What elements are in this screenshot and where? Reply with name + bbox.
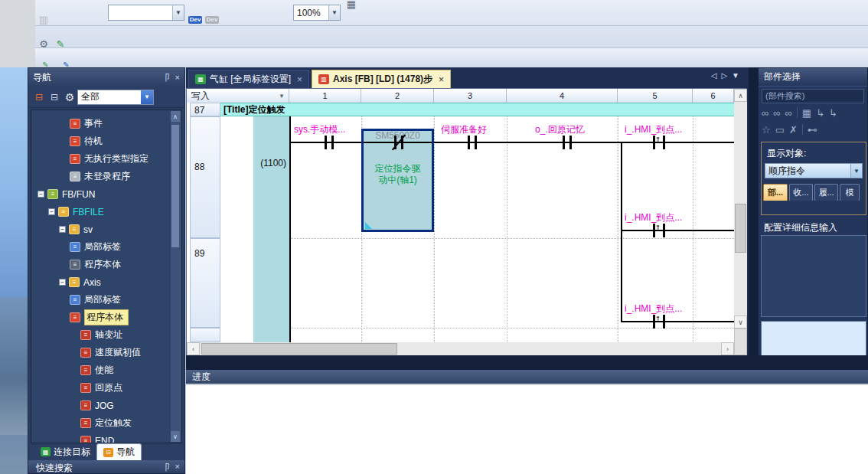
config-detail-box[interactable]	[761, 235, 866, 317]
tree-item-程序本体[interactable]: ≡程序本体	[31, 256, 181, 273]
contact-label[interactable]: o_.回原记忆	[535, 123, 585, 136]
pin-icon[interactable]: 卩	[162, 462, 170, 473]
tree-collapse-icon[interactable]: ⊟	[31, 90, 47, 105]
scroll-right-icon[interactable]: ›	[721, 342, 734, 355]
ladder-canvas[interactable]: 87 88 89 [Title]定位触发 (1100)	[187, 103, 734, 342]
tree-item-FB/FUN[interactable]: −≡FB/FUN	[31, 185, 181, 203]
tree-item-定位触发[interactable]: ≡定位触发	[31, 414, 181, 432]
tree-expand-icon[interactable]: −	[59, 226, 66, 233]
contact-label[interactable]: 伺服准备好	[441, 123, 487, 136]
edit-coil-button[interactable]: ✎	[56, 56, 77, 67]
tree-expand-icon[interactable]: −	[48, 208, 55, 215]
tab-history[interactable]: 履...	[814, 184, 838, 201]
quick-access-combobox[interactable]: ▼	[108, 5, 184, 21]
find-next-icon[interactable]: ∞	[773, 107, 780, 119]
combo-dropdown-icon[interactable]: ▼	[172, 5, 184, 20]
close-tab-icon[interactable]: ×	[439, 74, 444, 85]
tab-module[interactable]: 模	[840, 184, 860, 201]
contact-pulse[interactable]	[663, 224, 665, 237]
tab-favorites[interactable]: 收...	[789, 184, 813, 201]
scroll-up-icon[interactable]: ∧	[171, 111, 180, 122]
contact-open[interactable]	[325, 136, 327, 149]
gear-icon[interactable]: ⚙	[62, 90, 77, 105]
edit-contact-button[interactable]: ✎	[35, 56, 56, 67]
tree-filter-combobox[interactable]: 全部▼	[77, 90, 154, 105]
zoom-level-combobox[interactable]: 100%▼	[293, 5, 341, 21]
stamp-icon[interactable]: ⚙	[35, 35, 52, 47]
tab-parts[interactable]: 部...	[763, 184, 788, 201]
tree-item-轴变址[interactable]: ≡轴变址	[31, 326, 181, 344]
screen-keys-icon[interactable]: ▦	[343, 0, 360, 13]
contact-pulse[interactable]	[663, 136, 665, 149]
contact-open[interactable]	[475, 136, 477, 149]
tree-item-Axis[interactable]: −≡Axis	[31, 273, 181, 291]
contact-open[interactable]	[331, 136, 334, 149]
tree-expand-icon[interactable]: −	[59, 279, 66, 286]
tab-global-label[interactable]: ▦ 气缸 [全局标签设置] ×	[188, 70, 309, 88]
dropdown-icon[interactable]: ▼	[850, 164, 862, 178]
mode-header-cell[interactable]: 写入▼	[187, 89, 289, 103]
scroll-down-icon[interactable]: ∨	[171, 431, 180, 442]
tree-item-速度赋初值[interactable]: ≡速度赋初值	[31, 344, 181, 361]
contact-label[interactable]: sys.手动模...	[294, 123, 345, 136]
horizontal-scrollbar[interactable]: ‹ ›	[187, 342, 734, 355]
device-on-icon[interactable]: Dev	[187, 11, 204, 26]
favorite-star-icon[interactable]: ☆	[762, 124, 771, 136]
tree-item-未登录程序[interactable]: ≡未登录程序	[31, 168, 181, 185]
pin-icon[interactable]: 卩	[162, 72, 170, 83]
filter-dropdown-icon[interactable]: ▼	[141, 90, 153, 104]
close-icon[interactable]: ×	[175, 73, 180, 82]
tree-item-无执行类型指定[interactable]: ≡无执行类型指定	[31, 150, 181, 168]
insert-device2-icon[interactable]: ↳	[829, 107, 837, 119]
tree-item-使能[interactable]: ≡使能	[31, 361, 181, 379]
paste-disabled-icon[interactable]: ▥	[35, 11, 52, 26]
contact-open[interactable]	[468, 136, 470, 149]
tree-item-回原点[interactable]: ≡回原点	[31, 379, 181, 397]
ladder-editor[interactable]: 写入▼ 1 2 3 4 5 6 87 88 89 [Title]定位触发 (11…	[186, 88, 746, 355]
tree-item-sv[interactable]: −≡sv	[31, 221, 181, 238]
tree-item-程序本体[interactable]: ≡程序本体	[31, 309, 181, 326]
contact-open[interactable]	[563, 136, 565, 149]
tree-item-JOG[interactable]: ≡JOG	[31, 397, 181, 414]
pencil-green-icon[interactable]: ✎	[52, 35, 69, 47]
scroll-up-icon[interactable]: ∧	[734, 89, 747, 102]
contact-label[interactable]: i_.HMI_到点...	[625, 123, 682, 136]
tree-item-局部标签[interactable]: ≡局部标签	[31, 238, 181, 256]
display-target-dropdown[interactable]: 顺序指令▼	[765, 163, 863, 178]
parts-search-input[interactable]: (部件搜索)	[762, 89, 864, 103]
tab-connection-target[interactable]: ▦ 连接目标	[34, 443, 96, 460]
vertical-scrollbar[interactable]: ∧ ∨	[734, 89, 747, 355]
tree-item-事件[interactable]: ≡事件	[31, 115, 181, 132]
sort-icon[interactable]: ⊷	[808, 124, 817, 136]
insert-device-icon[interactable]: ↳	[816, 107, 824, 119]
new-folder-icon[interactable]: ▭	[775, 124, 785, 136]
scroll-down-icon[interactable]: ∨	[734, 315, 747, 329]
tree-expand-icon[interactable]: −	[38, 191, 44, 198]
contact-pulse[interactable]	[663, 315, 665, 329]
table-icon[interactable]: ▦	[802, 107, 811, 119]
chevron-down-icon[interactable]: ▼	[279, 93, 285, 100]
contact-open[interactable]	[569, 136, 572, 149]
find-icon[interactable]: ∞	[785, 107, 792, 119]
tree-item-局部标签[interactable]: ≡局部标签	[31, 291, 181, 309]
device-off-icon[interactable]: Dev	[204, 11, 220, 26]
panel-splitter[interactable]	[749, 67, 758, 358]
tree-scrollbar[interactable]: ∧ ∨	[171, 111, 181, 442]
tab-navigation[interactable]: ⊟ 导航	[96, 443, 142, 460]
tab-scroll-arrows[interactable]: ◁▷▼	[711, 71, 744, 80]
close-tab-icon[interactable]: ×	[297, 74, 302, 85]
scroll-thumb[interactable]	[171, 125, 179, 247]
tree-item-待机[interactable]: ≡待机	[31, 132, 181, 150]
contact-label[interactable]: i_.HMI_到点...	[625, 302, 682, 315]
tab-axis-fb[interactable]: ▥ Axis [FB] [LD] (1478)步 ×	[312, 70, 451, 88]
scroll-thumb[interactable]	[735, 204, 746, 253]
tree-item-FBFILE[interactable]: −≡FBFILE	[31, 203, 181, 221]
contact-label[interactable]: i_.HMI_到点...	[625, 211, 682, 224]
zoom-dropdown-icon[interactable]: ▼	[328, 5, 340, 20]
delete-icon[interactable]: ✗	[789, 124, 798, 136]
tree-expand-icon[interactable]: ⊟	[47, 90, 62, 105]
scroll-left-icon[interactable]: ‹	[187, 342, 200, 355]
scroll-thumb[interactable]	[201, 343, 397, 355]
find-previous-icon[interactable]: ∞	[762, 107, 768, 119]
close-icon[interactable]: ×	[175, 462, 180, 471]
